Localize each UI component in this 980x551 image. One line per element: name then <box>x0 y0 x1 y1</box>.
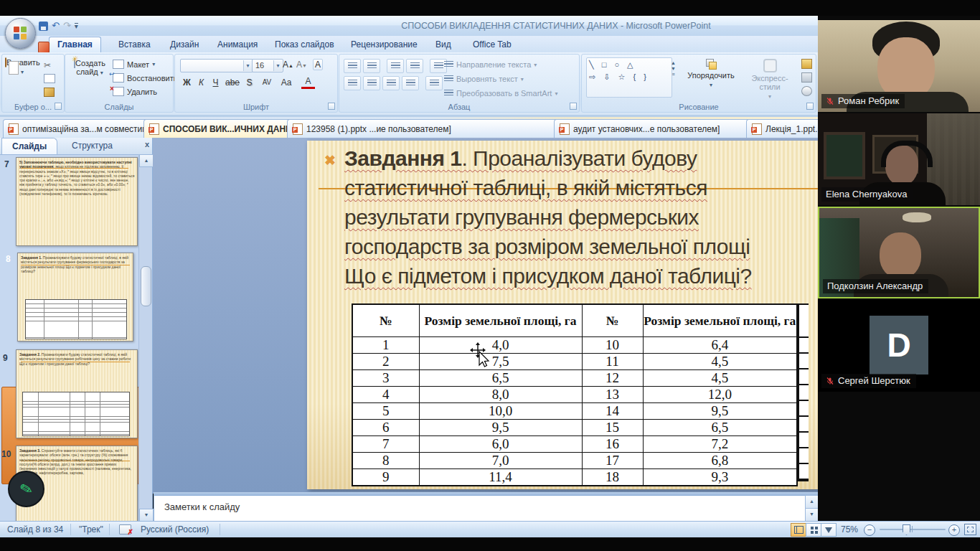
slide-thumbnail-8[interactable]: Завдання 1. Проаналізувати будову статис… <box>17 253 133 342</box>
spellcheck-icon[interactable]: ✗ <box>119 524 131 534</box>
current-slide[interactable]: ✖ Завдання 1. Проаналізувати будову стат… <box>307 141 868 489</box>
tab-design[interactable]: Дизайн <box>162 37 207 52</box>
redo-icon[interactable]: ↷ <box>63 21 71 31</box>
bold-button[interactable]: Ж <box>180 76 194 89</box>
clipboard-dialog-launcher-icon[interactable] <box>55 103 62 110</box>
slide-thumbnail-7[interactable]: 5) Заповнюючи таблицю, необхідно викорис… <box>16 157 138 246</box>
shapes-scroll-down-icon[interactable]: ▼ <box>671 66 676 71</box>
bullets-button[interactable] <box>344 59 361 73</box>
drawing-dialog-launcher-icon[interactable] <box>806 103 814 110</box>
change-case-button[interactable]: Aa <box>278 76 295 89</box>
tab-animation[interactable]: Анимация <box>209 37 265 52</box>
tab-outline[interactable]: Структура <box>62 138 123 154</box>
zoom-slider-track[interactable] <box>880 529 946 530</box>
doc-tab-1[interactable]: P оптимізаційна за...м совместимости] <box>3 119 152 138</box>
shape-outline-button[interactable] <box>801 72 812 83</box>
align-left-button[interactable] <box>344 76 361 90</box>
customize-qat-icon[interactable]: ▾ <box>75 23 78 29</box>
numbering-button[interactable] <box>363 59 380 73</box>
save-icon[interactable] <box>39 22 48 31</box>
zoom-slider-thumb[interactable] <box>903 524 910 535</box>
office-tab-addin-icon[interactable] <box>38 42 50 53</box>
decrease-indent-button[interactable] <box>387 59 404 73</box>
character-spacing-button[interactable]: AV <box>257 76 277 89</box>
scroll-down-button[interactable]: ▼ <box>139 509 154 522</box>
font-dialog-launcher-icon[interactable] <box>328 103 335 110</box>
new-slide-button[interactable]: ✳ Создать слайд ▾ <box>70 59 110 77</box>
text-direction-label: Направление текста <box>456 60 531 69</box>
zoom-out-button[interactable]: − <box>864 524 875 536</box>
normal-view-button[interactable] <box>791 523 806 537</box>
quick-styles-button[interactable]: Экспресс-стили ▾ <box>741 59 798 101</box>
paste-button[interactable]: Вставить ▾ <box>5 58 39 77</box>
align-text-button[interactable]: Выровнять текст ▾ <box>444 75 524 83</box>
layout-button[interactable]: Макет ▾ <box>113 60 155 69</box>
notes-pane[interactable]: Заметки к слайду <box>154 495 806 522</box>
doc-tab-3[interactable]: P 123958 (1).pptx ...ие пользователем] <box>287 119 562 138</box>
format-painter-button[interactable] <box>44 88 55 97</box>
slide-thumbnail-9[interactable]: Завдання 2. Проаналізувати будову статис… <box>16 349 138 438</box>
doc-tab-2-active[interactable]: P СПОСОБИ ВИК...ИЧНИХ ДАНИХ x <box>143 119 296 138</box>
strikethrough-button[interactable]: abe <box>223 76 242 89</box>
zoom-level[interactable]: 75% <box>841 524 858 534</box>
font-name-combo[interactable]: ▾ <box>180 59 253 72</box>
next-slide-button[interactable]: ▼ <box>805 508 819 522</box>
text-shadow-button[interactable]: S <box>242 76 256 89</box>
undo-icon[interactable]: ↶ <box>52 21 60 31</box>
justify-button[interactable] <box>402 76 419 90</box>
fit-to-window-button[interactable] <box>964 524 976 535</box>
slide-sorter-button[interactable] <box>806 523 821 537</box>
shape-effects-button[interactable] <box>801 86 812 96</box>
tab-home[interactable]: Главная <box>49 37 101 52</box>
tab-review[interactable]: Рецензирование <box>343 37 425 52</box>
shrink-font-button[interactable]: А▼ <box>296 60 307 70</box>
shapes-gallery[interactable]: ╲ □ ○ △ ⇨ ⇩ ☆ { } <box>586 57 672 98</box>
increase-indent-button[interactable] <box>406 59 423 73</box>
participant-tile[interactable]: Роман Ребрик <box>818 20 980 112</box>
italic-button[interactable]: К <box>194 76 208 89</box>
doc-tab-4[interactable]: P аудит установчих...е пользователем] <box>554 119 755 138</box>
align-center-button[interactable] <box>363 76 380 90</box>
participant-tile-speaking[interactable]: Подколзин Александр <box>818 207 980 298</box>
previous-slide-button[interactable]: ▲ <box>805 495 819 509</box>
shapes-more-icon[interactable]: ≡ <box>672 72 674 77</box>
participant-tile[interactable]: D Сергей Шерстюк <box>818 300 980 392</box>
doc-tab-5[interactable]: P Лекція_1.ppt... <box>746 119 828 138</box>
slides-panel-scrollbar[interactable]: ▲ ▼ <box>138 154 152 521</box>
font-color-button[interactable]: А <box>301 76 315 89</box>
clear-formatting-button[interactable]: А <box>313 59 323 70</box>
slide-title-text[interactable]: Завдання 1. Проаналізувати будову статис… <box>344 143 825 291</box>
text-direction-button[interactable]: Направление текста ▾ <box>444 60 537 69</box>
underline-button[interactable]: Ч <box>209 76 222 89</box>
paragraph-dialog-launcher-icon[interactable] <box>570 103 577 110</box>
tab-office-tab[interactable]: Office Tab <box>465 37 519 52</box>
align-right-button[interactable] <box>382 76 400 90</box>
tab-slides-thumbnails[interactable]: Слайды <box>1 138 57 154</box>
grow-font-button[interactable]: А▲ <box>283 60 293 70</box>
slide-data-table[interactable]: № Розмір земельної площі, га № Розмір зе… <box>352 303 798 486</box>
slides-panel-close-icon[interactable]: x <box>145 140 149 149</box>
columns-button[interactable] <box>425 76 443 90</box>
tab-view[interactable]: Вид <box>428 37 459 52</box>
annotation-tool-bubble[interactable]: ✎ <box>8 471 44 507</box>
tab-slideshow[interactable]: Показ слайдов <box>267 37 342 52</box>
font-size-value: 16 <box>255 61 264 70</box>
cut-button[interactable]: ✂ <box>44 60 51 70</box>
shapes-scroll[interactable]: ▲ ▼ ≡ <box>671 60 676 77</box>
zoom-in-button[interactable]: + <box>948 524 960 536</box>
language-indicator[interactable]: Русский (Россия) <box>141 524 209 534</box>
shapes-scroll-up-icon[interactable]: ▲ <box>671 60 676 65</box>
scrollbar-thumb[interactable] <box>141 266 151 306</box>
participant-tile[interactable]: Elena Chernyakova <box>818 113 980 205</box>
delete-slide-button[interactable]: Удалить <box>113 87 157 96</box>
arrange-button[interactable]: Упорядочить ▾ <box>684 59 738 90</box>
slideshow-button[interactable] <box>821 523 837 537</box>
smartart-button[interactable]: Преобразовать в SmartArt ▾ <box>444 89 557 98</box>
scroll-up-button[interactable]: ▲ <box>139 154 154 167</box>
copy-button[interactable] <box>44 74 55 83</box>
reset-button[interactable]: Восстановить <box>113 73 177 83</box>
office-button[interactable] <box>5 18 36 49</box>
font-size-combo[interactable]: 16 ▾ <box>252 59 283 72</box>
tab-insert[interactable]: Вставка <box>110 37 159 52</box>
shape-fill-button[interactable] <box>801 59 812 69</box>
